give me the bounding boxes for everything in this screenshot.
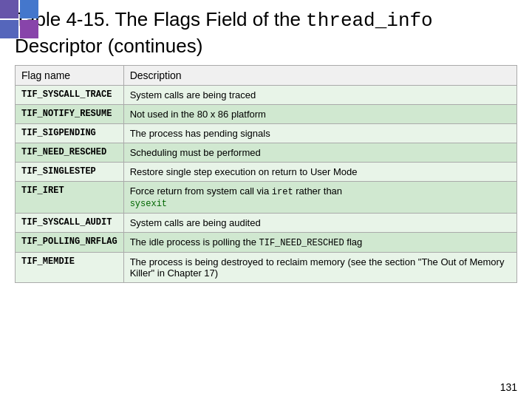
col-header-flag: Flag name — [16, 65, 124, 85]
description-cell: Not used in the 80 x 86 platform — [123, 104, 516, 123]
flag-name-cell: TIF_SIGPENDING — [16, 123, 124, 143]
title-suffix: Descriptor (continues) — [15, 35, 202, 57]
table-row: TIF_POLLING_NRFLAGThe idle process is po… — [16, 232, 517, 252]
flag-name-cell: TIF_SYSCALL_AUDIT — [16, 213, 124, 232]
description-cell: Scheduling must be performed — [123, 143, 516, 162]
mono-text: iret — [272, 187, 293, 197]
flag-name-cell: TIF_IRET — [16, 181, 124, 213]
table-row: TIF_SIGPENDINGThe process has pending si… — [16, 123, 517, 143]
description-cell: The idle process is polling the TIF_NEED… — [123, 232, 516, 252]
flag-name-cell: TIF_SINGLESTEP — [16, 162, 124, 181]
col-header-description: Description — [123, 65, 516, 85]
flags-table: Flag name Description TIF_SYSCALL_TRACES… — [15, 65, 517, 283]
svg-rect-3 — [20, 20, 38, 38]
table-row: TIF_SYSCALL_AUDITSystem calls are being … — [16, 213, 517, 232]
description-cell: System calls are being audited — [123, 213, 516, 232]
description-cell: The process has pending signals — [123, 123, 516, 143]
table-header-row: Flag name Description — [16, 65, 517, 85]
flag-name-cell: TIF_SYSCALL_TRACE — [16, 85, 124, 104]
table-row: TIF_SINGLESTEPRestore single step execut… — [16, 162, 517, 181]
description-cell: Restore single step execution on return … — [123, 162, 516, 181]
title-mono: thread_info — [306, 10, 433, 32]
mono-green-text: sysexit — [130, 199, 167, 209]
svg-rect-2 — [0, 20, 18, 38]
title-prefix: Table 4-15. The Flags Field of the — [15, 8, 306, 30]
page-number: 131 — [500, 381, 517, 393]
corner-decoration — [0, 0, 41, 41]
table-row: TIF_SYSCALL_TRACESystem calls are being … — [16, 85, 517, 104]
mono-text: TIF_NEED_RESCHED — [259, 238, 344, 248]
svg-rect-0 — [0, 0, 18, 18]
description-cell: Force return from system call via iret r… — [123, 181, 516, 213]
description-cell: The process is being destroyed to reclai… — [123, 252, 516, 282]
flag-name-cell: TIF_MEMDIE — [16, 252, 124, 282]
flag-name-cell: TIF_NEED_RESCHED — [16, 143, 124, 162]
table-row: TIF_NOTIFY_RESUMENot used in the 80 x 86… — [16, 104, 517, 123]
description-cell: System calls are being traced — [123, 85, 516, 104]
table-row: TIF_NEED_RESCHEDScheduling must be perfo… — [16, 143, 517, 162]
table-container: Flag name Description TIF_SYSCALL_TRACES… — [0, 65, 532, 283]
table-row: TIF_MEMDIEThe process is being destroyed… — [16, 252, 517, 282]
page-title: Table 4-15. The Flags Field of the threa… — [0, 0, 532, 65]
flag-name-cell: TIF_POLLING_NRFLAG — [16, 232, 124, 252]
flag-name-cell: TIF_NOTIFY_RESUME — [16, 104, 124, 123]
table-row: TIF_IRETForce return from system call vi… — [16, 181, 517, 213]
svg-rect-1 — [20, 0, 38, 18]
